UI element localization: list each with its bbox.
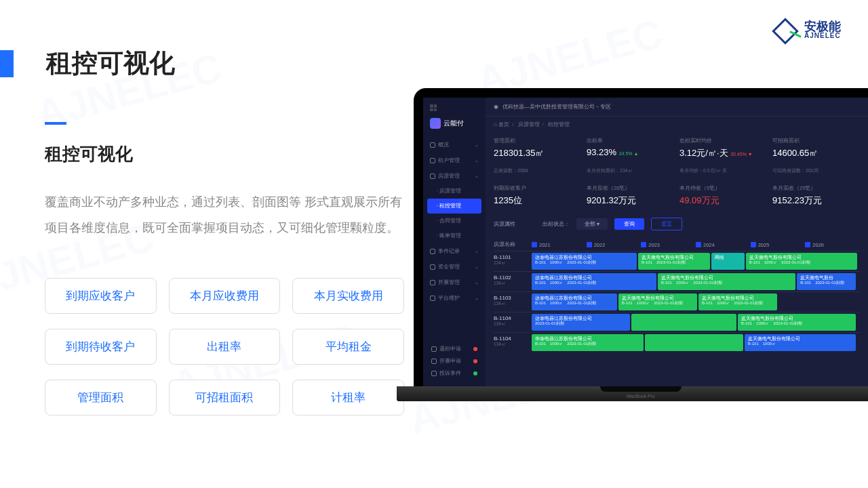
year-header[interactable]: 2024 — [696, 241, 751, 248]
page-title: 租控可视化 — [46, 46, 175, 81]
gantt-bar[interactable]: 华泰电器江苏股份有限公司B-101 1000㎡ 2023-01-01到期 — [532, 334, 644, 351]
feature-tag[interactable]: 本月应收费用 — [169, 278, 281, 314]
gantt-header: 房源名称 2021 2022 2023 2024 2025 2026 — [494, 239, 860, 251]
gantt-bar[interactable]: 蓝天微电气股份B-101 2023-01-01到期 — [797, 273, 856, 290]
app-brand: 云能付 — [427, 114, 481, 137]
feature-tag[interactable]: 管理面积 — [45, 380, 157, 415]
title-bar: 租控可视化 — [0, 46, 175, 81]
stat-card: 可招商面积14600.65㎡ — [772, 138, 860, 159]
nav-item[interactable]: · 租控管理 — [427, 199, 481, 214]
home-icon[interactable]: ⌂ — [494, 121, 497, 127]
breadcrumb: ⌂ 首页/ 房源管理/ 租控管理 — [486, 117, 868, 132]
stat-card: 本月应收（20笔）9201.32万元 — [587, 185, 674, 207]
search-button[interactable]: 查询 — [614, 218, 644, 230]
gantt-bar[interactable]: 蓝天微电气股份有限公司B-101 1000㎡ 2023-01-01到期 — [658, 273, 795, 290]
filter-bar: 房源属性 出租状态： 全部 ▾ 查询 重置 — [486, 212, 868, 236]
gantt-bar[interactable]: 达泰电器江苏股份有限公司2023-01-01到期 — [532, 314, 630, 331]
nav-item[interactable]: · 账单管理 — [427, 228, 481, 243]
brand-text: 云能付 — [443, 119, 464, 128]
nav-item[interactable]: 房源管理⌄ — [427, 168, 481, 184]
gantt-chart: 房源名称 2021 2022 2023 2024 2025 2026 B-110… — [486, 236, 868, 386]
stat-card: 出租率93.23% 24.5% ▲ — [587, 138, 674, 159]
gantt-row: B-1103134㎡达泰电器江苏股份有限公司B-101 1000㎡ 2023-0… — [494, 291, 860, 312]
stat-card: 在租实时均价3.12元/㎡·天 20.45% ▼ — [679, 138, 767, 159]
sidebar-alert[interactable]: 退租申请 — [430, 343, 479, 355]
topbar: ◉ 优科技器—吴中优胜投资管理有限公司－专区 — [486, 98, 868, 117]
accent-block — [0, 50, 14, 77]
sidebar-alert[interactable]: 投诉事件 — [430, 367, 479, 380]
year-header[interactable]: 2022 — [587, 241, 642, 248]
gantt-bar[interactable]: 达泰电器江苏股份有限公司B-101 1000㎡ 2023-01-01到期 — [532, 253, 637, 270]
brand-logo: 安极能 AJNELEC — [774, 20, 841, 39]
nav-item[interactable]: 平台维护⌄ — [427, 290, 481, 306]
feature-tag[interactable]: 本月实收费用 — [292, 278, 404, 314]
year-header[interactable]: 2023 — [641, 241, 696, 248]
gantt-bar[interactable]: 蓝天微电气股份有限公司B-101 1000㎡ 2023-01-01到期 — [746, 253, 858, 270]
app-screen: 云能付 概况⌄租户管理⌄房源管理⌄· 房源管理· 租控管理· 合同管理· 账单管… — [423, 98, 868, 386]
grid-icon[interactable] — [430, 104, 437, 111]
gantt-row: B-1104134㎡达泰电器江苏股份有限公司2023-01-01到期蓝天微电气股… — [494, 312, 860, 332]
logo-en: AJNELEC — [804, 33, 841, 39]
org-name: 优科技器—吴中优胜投资管理有限公司－专区 — [502, 103, 611, 110]
nav-item[interactable]: 资金管理⌄ — [427, 259, 481, 274]
gantt-bar[interactable]: 蓝天微电气股份有限公司B-101 1000㎡ 2023-01-01到期 — [618, 293, 697, 310]
feature-tag[interactable]: 到期应收客户 — [45, 278, 157, 314]
state-label: 出租状态： — [542, 220, 570, 228]
feature-tag[interactable]: 计租率 — [292, 380, 404, 415]
room-header: 房源名称 — [494, 241, 532, 248]
gantt-row: B-1102134㎡达泰电器江苏股份有限公司B-101 1000㎡ 2023-0… — [494, 271, 860, 291]
laptop-notch — [600, 386, 682, 392]
brand-icon — [430, 118, 441, 129]
nav-item[interactable]: 事件记录⌄ — [427, 243, 481, 259]
gantt-bar[interactable] — [645, 334, 743, 351]
nav-item[interactable]: 概况⌄ — [427, 137, 481, 152]
logo-icon — [774, 20, 800, 39]
year-header[interactable]: 2025 — [751, 241, 806, 248]
feature-tags: 到期应收客户本月应收费用本月实收费用到期待收客户出租率平均租金管理面积可招租面积… — [45, 278, 404, 415]
sidebar: 云能付 概况⌄租户管理⌄房源管理⌄· 房源管理· 租控管理· 合同管理· 账单管… — [423, 98, 486, 386]
room-cell[interactable]: B-1104134㎡ — [494, 312, 532, 332]
logo-cn: 安极能 — [804, 20, 841, 33]
room-cell[interactable]: B-1103134㎡ — [494, 292, 532, 312]
feature-tag[interactable]: 到期待收客户 — [45, 329, 157, 365]
stat-card: 到期应收客户1235位 — [494, 185, 581, 207]
org-indicator: ◉ — [494, 104, 498, 110]
main-content: ◉ 优科技器—吴中优胜投资管理有限公司－专区 ⌂ 首页/ 房源管理/ 租控管理 … — [486, 98, 868, 386]
gantt-bar[interactable]: 蓝天微电气股份有限公司B-101 1000㎡ 2023-01-01到期 — [698, 293, 777, 310]
nav-item[interactable]: 租户管理⌄ — [427, 152, 481, 168]
laptop-model: MacBook Pro — [627, 394, 655, 399]
nav-item[interactable]: · 房源管理 — [427, 184, 481, 199]
gantt-bar[interactable]: 网络 — [711, 253, 744, 270]
reset-button[interactable]: 重置 — [651, 218, 682, 230]
feature-tag[interactable]: 出租率 — [169, 329, 281, 365]
gantt-bar[interactable]: 蓝天微电气股份有限公司B-101 1000㎡ — [745, 334, 856, 351]
gantt-bar[interactable]: 蓝天微电气股份有限公司B-101 1000㎡ 2023-01-01到期 — [738, 314, 856, 331]
feature-tag[interactable]: 可招租面积 — [169, 380, 281, 415]
gantt-row: B-1104134㎡华泰电器江苏股份有限公司B-101 1000㎡ 2023-0… — [494, 332, 860, 352]
year-header[interactable]: 2026 — [805, 241, 860, 248]
screen-frame: 云能付 概况⌄租户管理⌄房源管理⌄· 房源管理· 租控管理· 合同管理· 账单管… — [414, 88, 868, 386]
gantt-row: B-1101134㎡达泰电器江苏股份有限公司B-101 1000㎡ 2023-0… — [494, 251, 860, 271]
laptop-base: MacBook Pro — [397, 386, 868, 401]
stat-card: 本月待收（5笔）49.09万元 — [679, 185, 767, 207]
stat-card: 本月实收（25笔）9152.23万元 — [772, 185, 860, 207]
laptop-mockup: 云能付 概况⌄租户管理⌄房源管理⌄· 房源管理· 租控管理· 合同管理· 账单管… — [414, 88, 868, 427]
accent-line — [45, 122, 66, 125]
sidebar-alert[interactable]: 开票申请 — [430, 355, 479, 367]
subtitle: 租控可视化 — [45, 142, 133, 166]
room-cell[interactable]: B-1101134㎡ — [494, 251, 532, 271]
description: 覆盖商业不动产多种业态，通过列表、剖面图等 形式直观展示所有项目各维度信息，既可… — [45, 190, 404, 241]
feature-tag[interactable]: 平均租金 — [292, 329, 404, 365]
gantt-bar[interactable]: 达泰电器江苏股份有限公司B-101 1000㎡ 2023-01-01到期 — [532, 273, 656, 290]
gantt-bar[interactable]: 蓝天微电气股份有限公司B-101 2023-01-01到期 — [638, 253, 710, 270]
nav-item[interactable]: · 合同管理 — [427, 214, 481, 228]
stat-subrow: 总房源数：2008本月在租面积：234㎡单月均价：0.5元/㎡·天可招商房源数：… — [486, 165, 868, 180]
nav-item[interactable]: 开票管理⌄ — [427, 274, 481, 290]
state-select[interactable]: 全部 ▾ — [576, 218, 608, 230]
gantt-bar[interactable] — [631, 314, 736, 331]
gantt-bar[interactable]: 达泰电器江苏股份有限公司B-101 1000㎡ 2023-01-01到期 — [532, 293, 617, 310]
stat-card: 管理面积218301.35㎡ — [494, 138, 581, 159]
year-header[interactable]: 2021 — [532, 241, 587, 248]
room-cell[interactable]: B-1104134㎡ — [494, 333, 532, 352]
room-cell[interactable]: B-1102134㎡ — [494, 272, 532, 291]
